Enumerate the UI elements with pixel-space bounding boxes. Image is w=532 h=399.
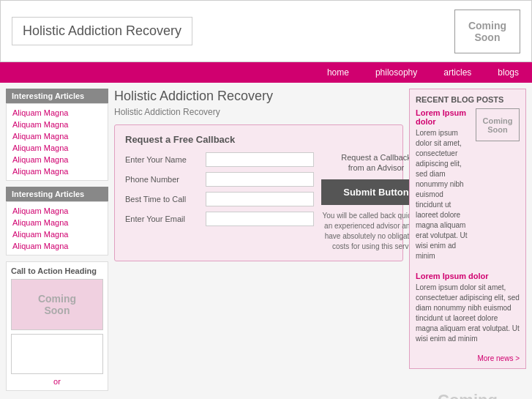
form-label-time: Best Time to Call — [125, 195, 206, 204]
sidebar-section2-links: Aliquam Magna Aliquam Magna Aliquam Magn… — [6, 201, 108, 256]
sidebar-cta-title: Call to Action Heading — [11, 266, 103, 275]
site-title: Holistic Addiction Recovery — [12, 17, 192, 45]
sidebar-link[interactable]: Aliquam Magna — [12, 240, 102, 252]
form-label-name: Enter Your Name — [125, 155, 206, 164]
recent-posts-box: RECENT BLOG POSTS ComingSoon Lorem Ipsum… — [409, 89, 526, 369]
header: Holistic Addiction Recovery ComingSoon — [0, 0, 532, 62]
navigation: home philosophy articles blogs — [0, 62, 532, 83]
sidebar-section1-links: Aliquam Magna Aliquam Magna Aliquam Magn… — [6, 103, 108, 181]
main-content: Holistic Addiction Recovery Holistic Add… — [114, 89, 403, 399]
sidebar-link[interactable]: Aliquam Magna — [12, 217, 102, 228]
sidebar-link[interactable]: Aliquam Magna — [12, 130, 102, 142]
nav-philosophy[interactable]: philosophy — [362, 62, 430, 83]
blog-post-text-2: Lorem ipsum dolor sit amet, consectetuer… — [416, 283, 520, 344]
callback-inner: Enter Your Name Phone Number Best Time t… — [125, 152, 392, 252]
right-coming-soon-large-1: ComingSoon — [409, 376, 526, 399]
form-row-time: Best Time to Call — [125, 192, 314, 206]
input-time[interactable] — [206, 192, 314, 206]
nav-home[interactable]: home — [314, 62, 362, 83]
page-title: Holistic Addiction Recovery — [114, 89, 403, 104]
page-subtitle: Holistic Addiction Recovery — [114, 107, 403, 117]
input-phone[interactable] — [206, 172, 314, 187]
sidebar-link[interactable]: Aliquam Magna — [12, 119, 102, 130]
blog-post-text-1: Lorem ipsum dolor sit amet, consectetuer… — [416, 128, 472, 261]
blog-post-title-2[interactable]: Lorem Ipsum dolor — [416, 272, 520, 280]
input-name[interactable] — [206, 152, 314, 167]
sidebar-link[interactable]: Aliquam Magna — [12, 165, 102, 177]
sidebar-section2-title: Interesting Articles — [6, 187, 108, 201]
header-coming-soon-badge: ComingSoon — [454, 10, 520, 53]
form-row-phone: Phone Number — [125, 172, 314, 187]
input-email[interactable] — [206, 212, 314, 226]
sidebar-cta-box: Call to Action Heading ComingSoon or — [6, 261, 108, 391]
form-label-email: Enter Your Email — [125, 215, 206, 223]
form-row-email: Enter Your Email — [125, 212, 314, 226]
callback-form: Enter Your Name Phone Number Best Time t… — [125, 152, 314, 252]
sidebar-cta-text-area — [11, 334, 103, 374]
sidebar-link[interactable]: Aliquam Magna — [12, 228, 102, 240]
right-sidebar: RECENT BLOG POSTS ComingSoon Lorem Ipsum… — [409, 89, 526, 399]
sidebar-link[interactable]: Aliquam Magna — [12, 205, 102, 217]
form-label-phone: Phone Number — [125, 175, 206, 184]
left-sidebar: Interesting Articles Aliquam Magna Aliqu… — [6, 89, 108, 399]
sidebar-link[interactable]: Aliquam Magna — [12, 107, 102, 119]
recent-posts-title: RECENT BLOG POSTS — [416, 95, 520, 104]
sidebar-link[interactable]: Aliquam Magna — [12, 142, 102, 154]
recent-post-coming-soon: ComingSoon — [476, 108, 520, 141]
main-layout: Interesting Articles Aliquam Magna Aliqu… — [0, 83, 532, 399]
callback-box-title: Request a Free Callback — [125, 134, 392, 145]
more-news-link[interactable]: More news > — [416, 354, 520, 362]
sidebar-cta-coming-soon: ComingSoon — [11, 279, 103, 330]
sidebar-section1-title: Interesting Articles — [6, 89, 108, 103]
callback-box: Request a Free Callback Enter Your Name … — [114, 124, 403, 261]
form-row-name: Enter Your Name — [125, 152, 314, 167]
sidebar-link[interactable]: Aliquam Magna — [12, 154, 102, 165]
nav-blogs[interactable]: blogs — [484, 62, 532, 83]
sidebar-or-label: or — [11, 377, 103, 386]
nav-articles[interactable]: articles — [430, 62, 484, 83]
